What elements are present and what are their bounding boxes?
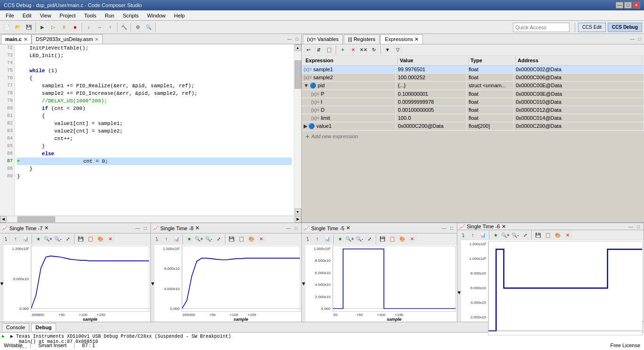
- chart-5-tb2[interactable]: ↑: [313, 235, 322, 243]
- chart-7-copy[interactable]: 📋: [86, 235, 95, 243]
- table-row[interactable]: (x)= I 0.00999999978 float 0x0000C010@Da…: [302, 98, 644, 106]
- chart-6-tb1[interactable]: ⤵: [458, 231, 468, 239]
- chart-5-style[interactable]: 🎨: [397, 235, 407, 243]
- editor-maximize-btn[interactable]: □: [294, 36, 300, 42]
- panel-minimize-btn[interactable]: —: [629, 36, 636, 42]
- tab-dspassembly[interactable]: DSP2833x_usDelay.asm ✕: [32, 34, 103, 44]
- quick-access-input[interactable]: [513, 23, 570, 32]
- editor-horizontal-scrollbar[interactable]: ◀ ▶: [0, 215, 301, 223]
- menu-view[interactable]: View: [36, 12, 55, 19]
- chart-6-copy[interactable]: 📋: [543, 231, 553, 239]
- close-chart-7-icon[interactable]: ✕: [44, 225, 49, 231]
- chart-6-tb2[interactable]: ↑: [468, 231, 478, 239]
- menu-scripts[interactable]: Scripts: [119, 12, 142, 19]
- chart-8-collapse[interactable]: ▼: [151, 245, 155, 322]
- tree-toggle-icon[interactable]: ▼: [304, 83, 309, 88]
- tb-open[interactable]: 📂: [13, 22, 23, 33]
- close-button[interactable]: ✕: [633, 2, 640, 8]
- expr-tb-remove-all[interactable]: ✕✕: [359, 46, 368, 54]
- tab-console[interactable]: Console: [2, 323, 29, 331]
- menu-project[interactable]: Project: [56, 12, 79, 19]
- close-main-c-icon[interactable]: ✕: [24, 37, 27, 42]
- tb-settings[interactable]: ⚙: [132, 22, 143, 33]
- add-expression-row[interactable]: + Add new expression: [302, 131, 644, 142]
- tb-step-over[interactable]: →: [94, 22, 105, 33]
- chart-6-max[interactable]: □: [635, 223, 642, 230]
- chart-6-min[interactable]: —: [627, 223, 634, 230]
- close-chart-8-icon[interactable]: ✕: [195, 225, 199, 231]
- chart-8-max[interactable]: □: [293, 225, 299, 232]
- scroll-down-arrow[interactable]: ▼: [295, 208, 301, 215]
- minimize-button[interactable]: —: [616, 2, 623, 8]
- editor-vertical-scrollbar[interactable]: ▲ ▼: [294, 44, 301, 215]
- chart-8-tb3[interactable]: 📊: [172, 235, 181, 243]
- chart-6-tb3[interactable]: 📊: [478, 231, 487, 239]
- chart-8-tb1[interactable]: ⤵: [152, 235, 161, 243]
- tb-step-into[interactable]: ↓: [83, 22, 94, 33]
- menu-run[interactable]: Run: [101, 12, 118, 19]
- table-row[interactable]: ▼🔵 pid {...} struct <unnam... 0x0000C00E…: [302, 82, 644, 90]
- hscroll-left[interactable]: ◀: [0, 216, 7, 223]
- code-content[interactable]: InitPieVectTable(); LED_Init(); while (1…: [15, 44, 294, 215]
- chart-7-close[interactable]: ✕: [106, 235, 115, 243]
- chart-8-fit[interactable]: ⤢: [214, 235, 223, 243]
- chart-7-min[interactable]: —: [134, 225, 141, 232]
- tb-step-return[interactable]: ↑: [105, 22, 116, 33]
- chart-7-zoom-in[interactable]: 🔍+: [43, 235, 53, 243]
- ccs-edit-button[interactable]: CCS Edit: [578, 23, 606, 32]
- menu-tools[interactable]: Tools: [81, 12, 100, 19]
- close-chart-5-icon[interactable]: ✕: [346, 225, 350, 231]
- expr-tb-menu[interactable]: ▽: [393, 46, 403, 54]
- chart-5-zoom-in[interactable]: 🔍+: [345, 235, 355, 243]
- table-row[interactable]: (x)= sample2 100.000252 float 0x0000C006…: [302, 74, 644, 82]
- chart-5-collapse[interactable]: ▼: [302, 245, 305, 322]
- expr-tb-remove[interactable]: ✕: [348, 46, 358, 54]
- expr-tb-1[interactable]: ↩: [304, 46, 313, 54]
- chart-7-style[interactable]: 🎨: [96, 235, 105, 243]
- chart-5-export[interactable]: 💾: [378, 235, 387, 243]
- panel-maximize-btn[interactable]: □: [636, 36, 643, 42]
- chart-8-zoom-in[interactable]: 🔍+: [194, 235, 204, 243]
- tb-save[interactable]: 💾: [24, 22, 34, 33]
- chart-8-zoom-out[interactable]: 🔍-: [204, 235, 214, 243]
- tab-debug[interactable]: Debug: [31, 323, 56, 331]
- chart-5-close[interactable]: ✕: [407, 235, 417, 243]
- chart-8-close[interactable]: ✕: [256, 235, 266, 243]
- menu-help[interactable]: Help: [170, 12, 189, 19]
- chart-7-zoom-out[interactable]: 🔍-: [53, 235, 63, 243]
- chart-6-fit[interactable]: ⤢: [520, 231, 530, 239]
- chart-6-tb4[interactable]: ★: [491, 231, 500, 239]
- chart-5-min[interactable]: —: [441, 225, 447, 232]
- expr-tb-3[interactable]: 📋: [324, 46, 334, 54]
- chart-6-zoom-out[interactable]: 🔍-: [511, 231, 520, 239]
- chart-5-copy[interactable]: 📋: [388, 235, 397, 243]
- close-chart-6-icon[interactable]: ✕: [502, 224, 506, 230]
- chart-5-zoom-out[interactable]: 🔍-: [355, 235, 364, 243]
- tb-build[interactable]: 🔨: [119, 22, 129, 33]
- chart-5-max[interactable]: □: [448, 225, 455, 232]
- chart-7-max[interactable]: □: [142, 225, 149, 232]
- chart-6-close[interactable]: ✕: [563, 231, 572, 239]
- tab-expressions[interactable]: Expressions ✕: [380, 34, 423, 44]
- tb-run[interactable]: ▷: [48, 22, 58, 33]
- table-row[interactable]: (x)= D 0.00100000005 float 0x0000C012@Da…: [302, 106, 644, 114]
- ccs-debug-button[interactable]: CCS Debug: [608, 23, 642, 32]
- menu-file[interactable]: File: [2, 12, 18, 19]
- chart-6-zoom-in[interactable]: 🔍+: [501, 231, 510, 239]
- tb-suspend[interactable]: ⏸: [59, 22, 69, 33]
- chart-6-export[interactable]: 💾: [533, 231, 543, 239]
- expr-tb-add[interactable]: +: [338, 46, 347, 54]
- table-row[interactable]: (x)= limit 100.0 float 0x0000C014@Data: [302, 114, 644, 122]
- chart-7-tb3[interactable]: 📊: [21, 235, 30, 243]
- code-editor[interactable]: 7273747576 7778798081 8283848586 87 8889…: [0, 44, 301, 215]
- chart-7-tb2[interactable]: ↑: [11, 235, 20, 243]
- expr-tb-refresh[interactable]: ↻: [369, 46, 379, 54]
- editor-minimize-btn[interactable]: —: [286, 36, 293, 42]
- chart-8-style[interactable]: 🎨: [247, 235, 256, 243]
- chart-8-min[interactable]: —: [285, 225, 292, 232]
- expr-tb-2[interactable]: ⇵: [314, 46, 323, 54]
- table-row[interactable]: (x)= sample1 99.9976501 float 0x0000C002…: [302, 66, 644, 74]
- chart-7-tb4[interactable]: ★: [33, 235, 43, 243]
- scroll-up-arrow[interactable]: ▲: [295, 44, 301, 51]
- chart-8-tb4[interactable]: ★: [184, 235, 194, 243]
